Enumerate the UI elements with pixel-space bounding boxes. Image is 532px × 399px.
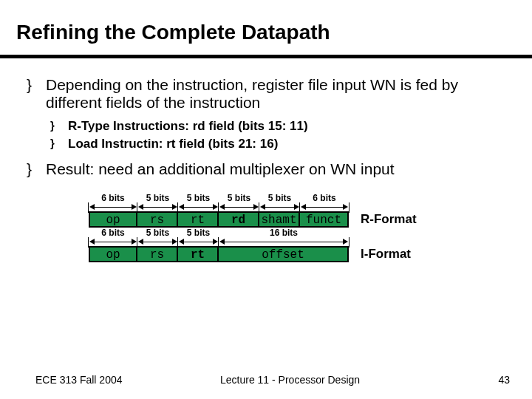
bits-label: 5 bits xyxy=(259,193,300,204)
field-shamt: shamt xyxy=(259,211,300,228)
bullet-1: } Depending on the instruction, register… xyxy=(0,76,532,119)
slide-title: Refining the Complete Datapath xyxy=(0,0,532,55)
bullet-glyph-icon: } xyxy=(50,119,68,134)
rformat-fields: op rs rt rd shamt funct R-Format xyxy=(89,211,505,228)
rformat-bitlabels: 6 bits 5 bits 5 bits 5 bits 5 bits 6 bit… xyxy=(89,193,505,204)
bits-label: 5 bits xyxy=(178,193,219,204)
rformat-arrows xyxy=(89,204,505,211)
field-rt: rt xyxy=(178,211,219,228)
footer-page-number: 43 xyxy=(480,374,510,386)
bits-label: 5 bits xyxy=(178,228,219,239)
field-rd: rd xyxy=(219,211,259,228)
bits-label: 5 bits xyxy=(219,193,259,204)
title-rule xyxy=(0,55,532,58)
bullet-1b-text: Load Instructin: rt field (bits 21: 16) xyxy=(68,137,278,151)
iformat-arrows xyxy=(89,239,505,246)
field-op: op xyxy=(89,246,137,262)
instruction-formats: 6 bits 5 bits 5 bits 5 bits 5 bits 6 bit… xyxy=(0,185,532,262)
bullet-glyph-icon: } xyxy=(27,160,46,178)
bits-label: 5 bits xyxy=(137,228,178,239)
bullet-1a-text: R-Type Instructions: rd field (bits 15: … xyxy=(68,119,308,134)
rformat-label: R-Format xyxy=(349,212,417,228)
field-offset: offset xyxy=(219,246,349,262)
field-rs: rs xyxy=(137,246,178,262)
bits-label: 6 bits xyxy=(89,228,137,239)
field-rt: rt xyxy=(178,246,219,262)
bits-label: 5 bits xyxy=(137,193,178,204)
iformat-fields: op rs rt offset I-Format xyxy=(89,246,505,262)
bullet-glyph-icon: } xyxy=(27,76,46,112)
field-op: op xyxy=(89,211,137,228)
bits-label: 6 bits xyxy=(89,193,137,204)
bits-label: 6 bits xyxy=(300,193,349,204)
field-funct: funct xyxy=(300,211,349,228)
field-rs: rs xyxy=(137,211,178,228)
bullet-1-text: Depending on the instruction, register f… xyxy=(46,76,505,112)
iformat-bitlabels: 6 bits 5 bits 5 bits 16 bits xyxy=(89,228,505,239)
bullet-2-text: Result: need an additional multiplexer o… xyxy=(46,160,395,178)
bits-label: 16 bits xyxy=(219,228,349,239)
bullet-1b: } Load Instructin: rt field (bits 21: 16… xyxy=(0,137,532,154)
slide-footer: ECE 313 Fall 2004 Lecture 11 - Processor… xyxy=(0,374,532,386)
bullet-glyph-icon: } xyxy=(50,137,68,151)
footer-lecture: Lecture 11 - Processor Design xyxy=(198,374,480,386)
footer-course: ECE 313 Fall 2004 xyxy=(35,374,198,386)
bullet-1a: } R-Type Instructions: rd field (bits 15… xyxy=(0,119,532,137)
iformat-label: I-Format xyxy=(349,247,411,262)
bullet-2: } Result: need an additional multiplexer… xyxy=(0,160,532,185)
